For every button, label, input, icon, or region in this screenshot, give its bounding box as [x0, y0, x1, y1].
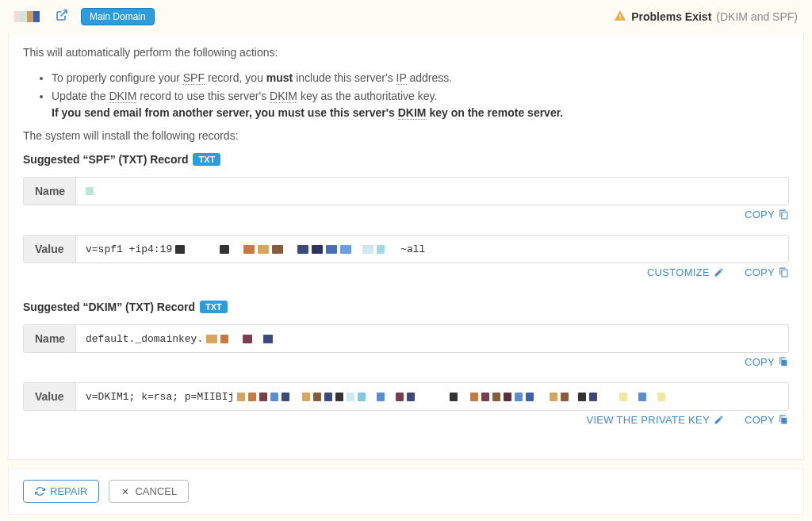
redacted-block [248, 393, 256, 401]
redacted-block [86, 187, 94, 195]
redacted-block [550, 393, 557, 401]
redacted-block [619, 393, 627, 401]
pencil-icon [714, 415, 724, 425]
customize-button[interactable]: CUSTOMIZE [647, 266, 724, 278]
dkim-name-value[interactable]: default._domainkey. [76, 325, 788, 352]
txt-badge: TXT [200, 301, 228, 313]
spf-abbr: SPF [183, 71, 205, 85]
redacted-block [270, 393, 278, 401]
redacted-block [638, 393, 646, 401]
redacted-block [347, 393, 354, 401]
redacted-block [282, 393, 289, 401]
redacted-block [396, 393, 404, 401]
redacted-block [589, 393, 597, 401]
content-panel: This will automatically perform the foll… [8, 33, 804, 460]
redacted-block [237, 393, 245, 401]
redacted-block [362, 245, 373, 254]
redacted-block [377, 393, 385, 401]
redacted-block [450, 393, 458, 401]
redacted-block [578, 393, 586, 401]
dkim-name-actions: COPY [23, 356, 789, 368]
name-label: Name [24, 325, 76, 352]
dkim-value-value[interactable]: v=DKIM1; k=rsa; p=MIIBIj [76, 383, 788, 410]
copy-button[interactable]: COPY [745, 266, 789, 278]
cancel-button[interactable]: CANCEL [109, 480, 189, 503]
spf-name-actions: COPY [23, 209, 789, 220]
external-link-icon[interactable] [56, 9, 68, 25]
redacted-block [407, 393, 415, 401]
redacted-block [377, 245, 385, 254]
copy-button[interactable]: COPY [745, 414, 789, 426]
dkim-section-title: Suggested “DKIM” (TXT) Record TXT [23, 301, 789, 313]
redacted-block [526, 393, 534, 401]
redacted-block [302, 393, 310, 401]
redacted-block [220, 335, 228, 343]
dkim-value-actions: VIEW THE PRIVATE KEY COPY [23, 414, 789, 426]
name-label: Name [24, 178, 76, 205]
redacted-block [263, 335, 273, 343]
spf-value-actions: CUSTOMIZE COPY [23, 266, 789, 278]
value-label: Value [24, 383, 76, 410]
dkim-abbr: DKIM [109, 90, 136, 103]
copy-icon [779, 209, 789, 220]
list-item: Update the DKIM record to use this serve… [52, 88, 789, 121]
warning-icon [614, 10, 626, 25]
txt-badge: TXT [193, 153, 220, 166]
redacted-block [272, 245, 283, 254]
redacted-block [258, 245, 269, 254]
copy-button[interactable]: COPY [745, 209, 789, 220]
redacted-block [515, 393, 523, 401]
redacted-block [324, 393, 332, 401]
close-icon [121, 487, 130, 496]
redacted-block [504, 393, 511, 401]
redacted-block [220, 245, 229, 254]
spf-section-title: Suggested “SPF” (TXT) Record TXT [23, 153, 789, 166]
system-line: The system will install the following re… [23, 129, 789, 142]
spf-value-value[interactable]: v=spf1 +ip4:19 ~all [76, 236, 788, 262]
ip-abbr: IP [396, 71, 407, 85]
list-item: To properly configure your SPF record, y… [52, 70, 789, 86]
repair-button[interactable]: REPAIR [23, 480, 99, 503]
spf-value-row: Value v=spf1 +ip4:19 ~all [23, 235, 789, 263]
pencil-icon [714, 267, 724, 278]
redacted-block [657, 393, 665, 401]
redacted-block [561, 393, 569, 401]
dkim-name-row: Name default._domainkey. [23, 324, 789, 353]
redacted-block [326, 245, 337, 254]
dkim-abbr: DKIM [270, 90, 297, 103]
dkim-abbr: DKIM [398, 106, 427, 120]
action-list: To properly configure your SPF record, y… [52, 70, 789, 121]
svg-line-0 [61, 10, 67, 16]
redacted-block [340, 245, 351, 254]
problems-detail: (DKIM and SPF) [716, 10, 798, 23]
main-domain-badge: Main Domain [81, 8, 155, 25]
problems-indicator: Problems Exist (DKIM and SPF) [614, 10, 798, 25]
copy-icon [779, 357, 789, 367]
redacted-block [481, 393, 489, 401]
dkim-value-row: Value v=DKIM1; k=rsa; p=MIIBIj [23, 382, 789, 411]
intro-text: This will automatically perform the foll… [23, 46, 789, 59]
spf-name-row: Name [23, 177, 789, 205]
copy-button[interactable]: COPY [745, 356, 789, 368]
redacted-block [206, 335, 217, 343]
redacted-block [335, 393, 343, 401]
redacted-block [470, 393, 478, 401]
footer-actions: REPAIR CANCEL [8, 468, 804, 515]
redacted-block [243, 245, 255, 254]
redacted-block [358, 393, 366, 401]
redacted-block [492, 393, 500, 401]
redacted-block [297, 245, 308, 254]
redacted-block [313, 393, 321, 401]
copy-icon [779, 415, 789, 425]
spf-name-value[interactable] [76, 178, 788, 205]
domain-header: Main Domain Problems Exist (DKIM and SPF… [0, 0, 812, 33]
domain-color-indicator [14, 11, 40, 22]
refresh-icon [35, 486, 45, 496]
value-label: Value [24, 236, 76, 262]
view-private-key-button[interactable]: VIEW THE PRIVATE KEY [586, 414, 724, 426]
redacted-block [259, 393, 267, 401]
copy-icon [779, 267, 789, 278]
redacted-block [175, 245, 185, 254]
redacted-block [243, 335, 252, 343]
redacted-block [312, 245, 323, 254]
